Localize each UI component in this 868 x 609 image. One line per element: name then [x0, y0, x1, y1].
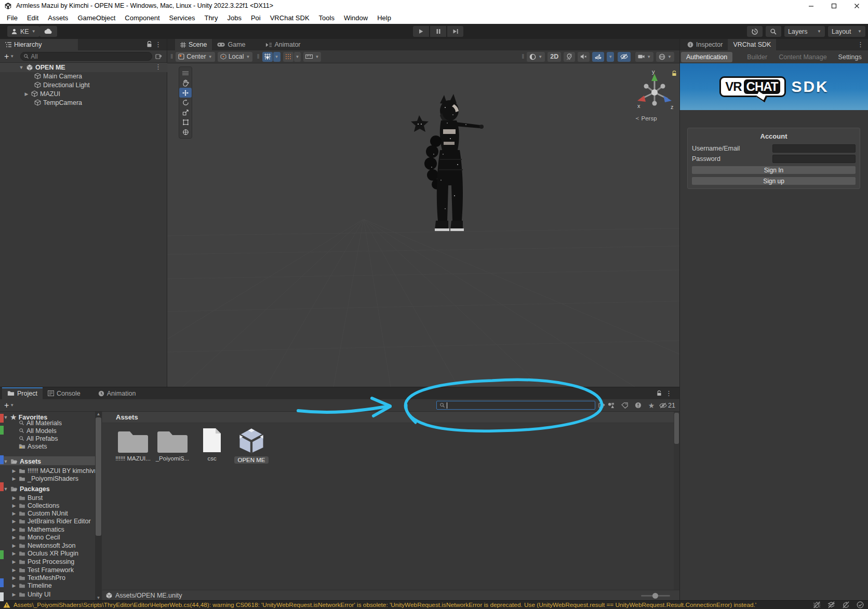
tab-hierarchy[interactable]: Hierarchy: [0, 39, 78, 50]
tool-space-button[interactable]: Local▼: [218, 52, 253, 62]
menu-item-tools[interactable]: Tools: [314, 14, 339, 22]
assets-root[interactable]: ▼ Assets: [3, 457, 41, 466]
create-add-button[interactable]: +▼: [4, 52, 14, 61]
password-field[interactable]: [772, 155, 856, 163]
undo-history-button[interactable]: [747, 26, 763, 37]
tree-item-poiyomi-folder[interactable]: ▶ _PoiyomiShaders: [11, 474, 78, 483]
transform-tool-button[interactable]: [179, 127, 192, 137]
open-new-window-icon[interactable]: [598, 402, 605, 409]
package-item[interactable]: ▶Oculus XR Plugin: [11, 549, 78, 558]
breadcrumb[interactable]: Assets/OPEN ME.unity: [115, 592, 182, 599]
palette-red-swatch[interactable]: [0, 482, 4, 491]
gizmos-dropdown[interactable]: ▼: [656, 52, 674, 62]
asset-tile-csc[interactable]: csc: [192, 427, 232, 462]
menu-item-edit[interactable]: Edit: [22, 14, 43, 22]
play-button[interactable]: [413, 26, 429, 37]
menu-item-thry[interactable]: Thry: [199, 14, 222, 22]
hierarchy-item-mazui[interactable]: ▶ MAZUI: [24, 89, 60, 98]
package-item[interactable]: ▶Post Processing: [11, 557, 74, 566]
tab-animation[interactable]: Animation: [93, 387, 141, 399]
thumbnail-size-slider[interactable]: [641, 595, 670, 597]
menu-item-services[interactable]: Services: [165, 14, 200, 22]
favorite-assets[interactable]: Assets: [19, 442, 47, 451]
inspector-menu-kebab[interactable]: ⋮: [857, 41, 864, 48]
package-item[interactable]: ▶Mono Cecil: [11, 533, 60, 542]
search-importance-button[interactable]: [632, 400, 644, 410]
slider-thumb[interactable]: [652, 593, 658, 599]
menu-item-jobs[interactable]: Jobs: [222, 14, 246, 22]
tab-game[interactable]: Game: [212, 39, 250, 50]
tab-inspector[interactable]: Inspector: [682, 39, 728, 50]
toolstrip-handle[interactable]: [179, 68, 192, 78]
asset-tile-open-me[interactable]: OPEN ME: [232, 427, 271, 464]
pause-button[interactable]: [430, 26, 446, 37]
menu-item-assets[interactable]: Assets: [43, 14, 73, 22]
menu-item-poi[interactable]: Poi: [246, 14, 265, 22]
open-new-window-icon[interactable]: [155, 53, 162, 60]
asset-tile-poiyomi[interactable]: _PoiyomiS...: [153, 427, 192, 462]
palette-white-swatch[interactable]: [0, 592, 4, 601]
menu-item-help[interactable]: Help: [372, 14, 396, 22]
hierarchy-item-tempcamera[interactable]: TempCamera: [34, 98, 82, 107]
menu-item-file[interactable]: File: [2, 14, 22, 22]
scene-visibility-button[interactable]: [618, 52, 631, 62]
menu-item-component[interactable]: Component: [120, 14, 164, 22]
grid-snap-dropdown[interactable]: ▼: [273, 52, 281, 62]
shading-mode-dropdown[interactable]: ▼: [527, 52, 545, 62]
palette-green-swatch[interactable]: [0, 426, 4, 435]
sign-up-button[interactable]: Sign up: [692, 177, 856, 185]
hierarchy-menu-kebab[interactable]: ⋮: [155, 41, 162, 48]
palette-red-swatch[interactable]: [0, 414, 4, 423]
scene-row-kebab[interactable]: ⋮: [155, 63, 162, 70]
scale-tool-button[interactable]: [179, 107, 192, 117]
menu-item-gameobject[interactable]: GameObject: [73, 14, 120, 22]
hand-tool-button[interactable]: [179, 78, 192, 88]
project-menu-kebab[interactable]: ⋮: [665, 390, 672, 397]
grid-snap-button[interactable]: [262, 52, 273, 62]
measure-tool-button[interactable]: ▼: [303, 52, 321, 62]
hierarchy-search-input[interactable]: [31, 53, 149, 60]
favorites-star-button[interactable]: ★: [646, 400, 657, 410]
increment-snap-dropdown[interactable]: ▼: [294, 52, 301, 62]
console-warning-text[interactable]: Assets\_PoiyomiShaders\Scripts\ThryEdito…: [14, 601, 756, 608]
status-bar[interactable]: Assets\_PoiyomiShaders\Scripts\ThryEdito…: [0, 600, 868, 609]
scene-lighting-button[interactable]: [564, 52, 575, 62]
toggle-2d-button[interactable]: 2D: [547, 52, 561, 62]
subtab-content-manager[interactable]: Content Manage: [773, 52, 832, 62]
create-asset-button[interactable]: +▼: [4, 401, 14, 410]
packages-root[interactable]: ▼ Packages: [3, 484, 50, 493]
tool-pivot-button[interactable]: Center▼: [176, 52, 215, 62]
scrollbar-thumb[interactable]: [674, 413, 679, 444]
tab-project[interactable]: Project: [2, 387, 43, 399]
scene-effects-dropdown[interactable]: ▼: [607, 52, 614, 62]
collapse-arrow-icon[interactable]: ▼: [19, 65, 24, 70]
hierarchy-item-main-camera[interactable]: Main Camera: [34, 72, 82, 80]
gizmo-lock-icon[interactable]: [672, 71, 677, 77]
layers-dropdown[interactable]: Layers ▼: [784, 26, 825, 37]
rotate-tool-button[interactable]: [179, 98, 192, 107]
scene-canvas[interactable]: y x z ≺Persp: [167, 63, 679, 387]
username-field[interactable]: [772, 144, 856, 153]
scene-audio-button[interactable]: [578, 52, 590, 62]
hierarchy-scene-row[interactable]: ▼ OPEN ME: [19, 63, 65, 72]
sign-in-button[interactable]: Sign In: [692, 166, 856, 174]
menu-item-window[interactable]: Window: [339, 14, 372, 22]
assets-scrollbar[interactable]: [674, 412, 679, 590]
scene-camera-dropdown[interactable]: ▼: [635, 52, 653, 62]
subtab-settings[interactable]: Settings: [833, 52, 867, 62]
step-button[interactable]: [447, 26, 463, 37]
lock-icon[interactable]: [657, 390, 662, 397]
palette-blue-swatch[interactable]: [0, 455, 4, 464]
package-item[interactable]: ▶Timeline: [11, 581, 52, 590]
close-button[interactable]: [845, 0, 868, 11]
hidden-packages-toggle[interactable]: 21: [659, 402, 675, 409]
package-item[interactable]: ▶Unity UI: [11, 590, 50, 599]
expand-arrow-icon[interactable]: ▶: [24, 91, 29, 97]
maximize-button[interactable]: [822, 0, 845, 11]
minimize-button[interactable]: [799, 0, 822, 11]
package-item[interactable]: ▶JetBrains Rider Editor: [11, 517, 91, 525]
search-everything-button[interactable]: [766, 26, 781, 37]
hierarchy-item-directional-light[interactable]: Directional Light: [34, 80, 90, 89]
tree-scrollbar[interactable]: ▲ ▼: [95, 412, 102, 601]
scene-effects-button[interactable]: [592, 52, 604, 62]
